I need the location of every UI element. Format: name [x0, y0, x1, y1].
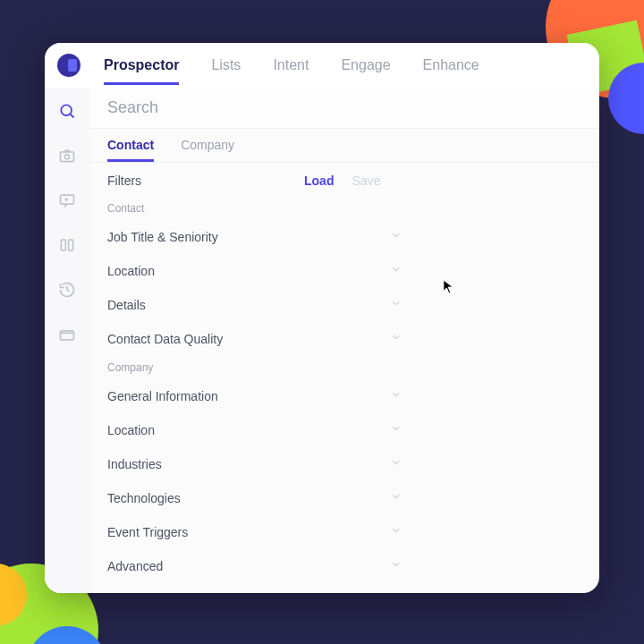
chevron-down-icon — [390, 456, 402, 472]
filter-details[interactable]: Details — [89, 288, 420, 322]
filter-contact-data-quality[interactable]: Contact Data Quality — [89, 322, 420, 356]
app-logo[interactable] — [57, 54, 80, 77]
nav-tab-enhance[interactable]: Enhance — [423, 47, 479, 85]
main-row: Contact Company Filters Load Save Contac… — [45, 88, 599, 593]
chevron-down-icon — [390, 331, 402, 347]
filter-label: Technologies — [107, 491, 181, 505]
filter-event-triggers[interactable]: Event Triggers — [89, 515, 420, 549]
subtabs: Contact Company — [89, 129, 599, 163]
topbar: Prospector Lists Intent Engage Enhance — [45, 43, 599, 88]
chat-icon[interactable] — [58, 191, 76, 213]
content: Contact Company Filters Load Save Contac… — [89, 88, 599, 593]
icon-bar — [45, 88, 89, 593]
filter-location-contact[interactable]: Location — [89, 254, 420, 288]
nav-tab-intent[interactable]: Intent — [273, 47, 309, 85]
filter-label: Job Title & Seniority — [107, 230, 218, 244]
app-window: Prospector Lists Intent Engage Enhance — [45, 43, 599, 593]
filter-location-company[interactable]: Location — [89, 413, 420, 447]
search-icon[interactable] — [58, 102, 76, 123]
filter-label: Details — [107, 298, 146, 312]
chevron-down-icon — [390, 297, 402, 313]
filters-title: Filters — [107, 174, 286, 188]
filters-body: Contact Job Title & Seniority Location D… — [89, 197, 599, 593]
filter-general-information[interactable]: General Information — [89, 379, 420, 413]
subtab-contact[interactable]: Contact — [107, 138, 154, 162]
svg-line-1 — [70, 114, 73, 117]
svg-rect-7 — [61, 240, 65, 250]
filter-label: Industries — [107, 457, 162, 471]
svg-rect-9 — [61, 331, 74, 340]
filter-label: General Information — [107, 389, 218, 403]
chevron-down-icon — [390, 263, 402, 279]
nav-tab-prospector[interactable]: Prospector — [104, 47, 179, 85]
search-input[interactable] — [107, 98, 581, 117]
filter-section-contact: Contact — [89, 197, 599, 220]
filters-load-button[interactable]: Load — [304, 174, 334, 188]
svg-rect-2 — [61, 152, 74, 162]
camera-icon[interactable] — [58, 147, 76, 168]
nav-tab-lists[interactable]: Lists — [211, 47, 241, 85]
search-row — [89, 88, 599, 129]
filter-label: Location — [107, 264, 155, 278]
filter-label: Event Triggers — [107, 525, 188, 539]
chevron-down-icon — [390, 524, 402, 540]
filters-save-button[interactable]: Save — [352, 174, 380, 188]
filter-industries[interactable]: Industries — [89, 447, 420, 481]
wallet-icon[interactable] — [58, 326, 76, 347]
filter-label: Contact Data Quality — [107, 332, 223, 346]
chevron-down-icon — [390, 388, 402, 404]
filter-technologies[interactable]: Technologies — [89, 481, 420, 515]
chevron-down-icon — [390, 558, 402, 574]
filter-advanced[interactable]: Advanced — [89, 549, 420, 583]
nav-tabs: Prospector Lists Intent Engage Enhance — [104, 47, 479, 85]
chevron-down-icon — [390, 490, 402, 506]
subtab-company[interactable]: Company — [181, 138, 234, 162]
columns-icon[interactable] — [58, 236, 76, 258]
svg-rect-8 — [69, 240, 73, 250]
filter-label: Advanced — [107, 559, 163, 573]
nav-tab-engage[interactable]: Engage — [341, 47, 390, 85]
history-icon[interactable] — [58, 281, 76, 302]
filter-label: Location — [107, 423, 155, 437]
svg-point-0 — [61, 105, 72, 115]
svg-point-3 — [65, 155, 70, 159]
chevron-down-icon — [390, 422, 402, 438]
filters-header: Filters Load Save — [89, 163, 599, 197]
filter-section-company: Company — [89, 356, 599, 379]
chevron-down-icon — [390, 229, 402, 245]
filter-job-title[interactable]: Job Title & Seniority — [89, 220, 420, 254]
